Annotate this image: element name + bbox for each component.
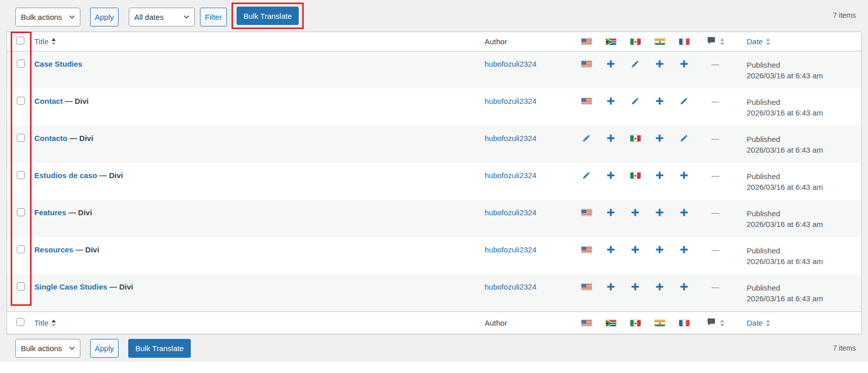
add-translation-icon[interactable] <box>654 60 666 68</box>
author-link[interactable]: hubofozuli2324 <box>485 245 537 254</box>
add-translation-icon[interactable] <box>654 134 666 142</box>
bulk-actions-select-top[interactable]: Bulk actions <box>15 8 80 26</box>
add-translation-icon[interactable] <box>654 97 666 105</box>
add-translation-icon[interactable] <box>654 208 666 217</box>
publish-date: 2026/03/16 at 6:43 am <box>747 107 861 118</box>
publish-date: 2026/03/16 at 6:43 am <box>747 219 861 229</box>
date-header-label: Date <box>747 37 763 46</box>
date-footer-label: Date <box>747 319 763 327</box>
all-dates-select[interactable]: All dates <box>129 8 195 26</box>
select-all-checkbox-bottom[interactable] <box>16 318 24 326</box>
add-translation-icon[interactable] <box>679 245 690 254</box>
row-checkbox[interactable] <box>17 60 25 68</box>
author-link[interactable]: hubofozuli2324 <box>485 171 537 180</box>
add-translation-icon[interactable] <box>654 282 666 291</box>
publish-date: 2026/03/16 at 6:43 am <box>747 256 861 267</box>
flag-fr-icon <box>679 37 690 46</box>
edit-translation-icon[interactable] <box>581 171 592 180</box>
add-translation-icon[interactable] <box>605 208 617 217</box>
filter-button[interactable]: Filter <box>200 8 227 26</box>
comment-bubble-icon <box>707 36 716 47</box>
add-translation-icon[interactable] <box>605 134 617 142</box>
flag-mx-icon[interactable] <box>630 171 641 180</box>
post-state-suffix: — Divi <box>63 97 89 105</box>
apply-button-top[interactable]: Apply <box>90 8 119 26</box>
flag-za-icon <box>605 37 617 46</box>
page-title-link[interactable]: Case Studies <box>35 60 82 68</box>
select-all-checkbox-top[interactable] <box>16 37 24 45</box>
column-footer-author: Author <box>485 319 507 327</box>
page-title-link[interactable]: Resources <box>35 245 74 254</box>
add-translation-icon[interactable] <box>605 282 617 291</box>
row-checkbox[interactable] <box>17 282 25 291</box>
add-translation-icon[interactable] <box>679 282 690 291</box>
add-translation-icon[interactable] <box>679 208 690 217</box>
add-translation-icon[interactable] <box>605 171 617 180</box>
comments-value: — <box>712 171 719 180</box>
row-checkbox[interactable] <box>17 245 25 253</box>
edit-translation-icon[interactable] <box>630 97 641 105</box>
flag-us-icon[interactable] <box>581 282 592 291</box>
flag-us-icon[interactable] <box>581 245 592 254</box>
author-link[interactable]: hubofozuli2324 <box>485 208 537 217</box>
author-link[interactable]: hubofozuli2324 <box>485 97 537 105</box>
add-translation-icon[interactable] <box>605 97 617 105</box>
publish-status: Published <box>747 208 861 219</box>
row-checkbox[interactable] <box>17 208 25 216</box>
add-translation-icon[interactable] <box>654 171 666 180</box>
page-title-link[interactable]: Estudios de caso <box>35 171 97 180</box>
flag-us-icon <box>581 319 592 327</box>
author-link[interactable]: hubofozuli2324 <box>485 60 537 68</box>
column-header-date[interactable]: Date <box>747 37 771 46</box>
table-row: Estudios de caso — Divi hubofozuli2324 —… <box>7 163 862 200</box>
sort-arrows-comments <box>720 320 725 327</box>
add-translation-icon[interactable] <box>630 245 641 254</box>
add-translation-icon[interactable] <box>654 245 666 254</box>
page-title-link[interactable]: Contact <box>35 97 63 105</box>
flag-mx-icon <box>630 37 641 46</box>
flag-us-icon[interactable] <box>581 60 592 68</box>
author-link[interactable]: hubofozuli2324 <box>485 282 537 291</box>
edit-translation-icon[interactable] <box>630 60 641 68</box>
post-state-suffix: — Divi <box>73 245 99 254</box>
column-footer-comments[interactable] <box>697 318 735 328</box>
sort-arrows-title <box>51 320 56 327</box>
add-translation-icon[interactable] <box>605 60 617 68</box>
add-translation-icon[interactable] <box>679 60 690 68</box>
add-translation-icon[interactable] <box>679 171 690 180</box>
comments-value: — <box>712 97 719 105</box>
column-footer-date[interactable]: Date <box>747 319 771 327</box>
page-title-link[interactable]: Features <box>35 208 67 217</box>
flag-mx-icon[interactable] <box>630 134 641 142</box>
flag-us-icon <box>581 37 592 46</box>
items-count-top: 7 items <box>833 11 856 19</box>
column-footer-title[interactable]: Title <box>35 319 56 327</box>
bulk-translate-button-top[interactable]: Bulk Translate <box>237 7 299 25</box>
page-title-link[interactable]: Single Case Studies <box>35 282 107 291</box>
author-link[interactable]: hubofozuli2324 <box>485 134 537 142</box>
row-checkbox[interactable] <box>17 171 25 179</box>
apply-button-bottom[interactable]: Apply <box>90 339 119 358</box>
bulk-translate-button-bottom[interactable]: Bulk Translate <box>128 339 191 358</box>
flag-us-icon[interactable] <box>581 97 592 105</box>
row-checkbox[interactable] <box>17 134 25 142</box>
publish-date: 2026/03/16 at 6:43 am <box>747 145 861 155</box>
flag-us-icon[interactable] <box>581 208 592 217</box>
all-dates-label: All dates <box>134 13 164 21</box>
post-state-suffix: — Divi <box>66 208 92 217</box>
items-count-bottom: 7 items <box>833 344 856 352</box>
row-checkbox[interactable] <box>17 97 25 105</box>
edit-translation-icon[interactable] <box>581 134 592 142</box>
publish-status: Published <box>747 245 861 256</box>
sort-arrows-date <box>766 38 770 45</box>
flag-in-icon <box>654 37 666 46</box>
edit-translation-icon[interactable] <box>679 97 690 105</box>
add-translation-icon[interactable] <box>605 245 617 254</box>
edit-translation-icon[interactable] <box>679 134 690 142</box>
column-header-title[interactable]: Title <box>35 37 56 46</box>
column-header-comments[interactable] <box>697 36 735 47</box>
add-translation-icon[interactable] <box>630 282 641 291</box>
bulk-actions-select-bottom[interactable]: Bulk actions <box>15 339 80 358</box>
page-title-link[interactable]: Contacto <box>35 134 68 142</box>
add-translation-icon[interactable] <box>630 208 641 217</box>
